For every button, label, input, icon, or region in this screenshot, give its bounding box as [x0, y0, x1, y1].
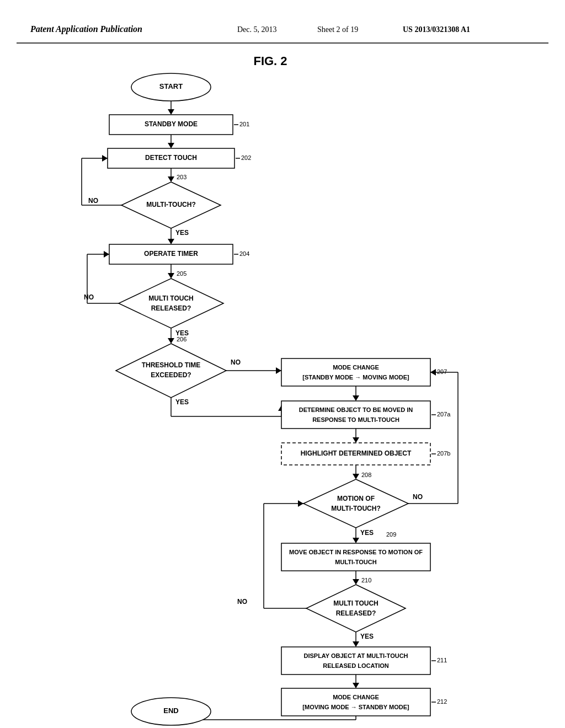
- det207a-t1: DETERMINE OBJECT TO BE MOVED IN: [299, 406, 413, 413]
- svg-marker-25: [276, 367, 281, 374]
- end-text: END: [163, 706, 178, 715]
- no-208: NO: [413, 493, 423, 501]
- mc207-text1: MODE CHANGE: [333, 364, 379, 371]
- svg-marker-50: [298, 500, 303, 507]
- svg-marker-38: [353, 474, 359, 479]
- svg-marker-21: [104, 251, 109, 258]
- svg-marker-42: [430, 369, 436, 376]
- move-obj-box: [281, 543, 430, 571]
- svg-marker-12: [102, 155, 108, 162]
- ref205: 205: [177, 270, 186, 277]
- svg-marker-5: [168, 143, 174, 148]
- display-t2: RELEASED LOCATION: [323, 662, 389, 669]
- motion-t2: MULTI-TOUCH?: [331, 505, 381, 512]
- pub-date: Dec. 5, 2013: [237, 25, 277, 34]
- mtr1-text1: MULTI TOUCH: [148, 295, 194, 302]
- yes-206: YES: [175, 398, 189, 406]
- mtr2-t2: RELEASED?: [336, 609, 376, 617]
- no-210: NO: [237, 598, 247, 606]
- svg-marker-55: [353, 683, 359, 688]
- svg-marker-17: [168, 273, 174, 279]
- patent-page: Patent Application Publication Dec. 5, 2…: [0, 0, 565, 728]
- sheet-info: Sheet 2 of 19: [317, 25, 358, 34]
- motion-diamond: [303, 479, 408, 528]
- ref204: 204: [239, 250, 249, 257]
- svg-marker-23: [168, 338, 174, 344]
- motion-t1: MOTION OF: [337, 495, 375, 502]
- ref206: 206: [177, 336, 186, 342]
- yes-208: YES: [360, 529, 374, 537]
- thresh-text1: THRESHOLD TIME: [142, 361, 201, 369]
- mtr1-diamond: [119, 279, 223, 328]
- mc212-t2: [MOVING MODE → STANDBY MODE]: [302, 704, 409, 710]
- ref207b: 207b: [437, 450, 450, 457]
- no-205: NO: [84, 293, 94, 301]
- svg-marker-8: [168, 176, 174, 182]
- threshold-diamond: [116, 344, 226, 398]
- no-203: NO: [88, 197, 98, 205]
- svg-marker-44: [353, 538, 359, 543]
- no-206: NO: [231, 358, 241, 366]
- svg-marker-52: [353, 641, 359, 647]
- fig2-label: FIG. 2: [253, 54, 287, 68]
- display-box: [281, 647, 430, 675]
- det207a-t2: RESPONSE TO MULTI-TOUCH: [312, 416, 399, 423]
- ref209: 209: [386, 531, 396, 538]
- ref207a: 207a: [437, 411, 451, 417]
- mc207-box: [281, 358, 430, 386]
- patent-no: US 2013/0321308 A1: [403, 25, 470, 34]
- yes-203: YES: [175, 229, 189, 237]
- ref202: 202: [241, 154, 251, 161]
- highlight207b-text: HIGHLIGHT DETERMINED OBJECT: [301, 449, 412, 457]
- ref201: 201: [239, 121, 249, 127]
- ref212: 212: [437, 698, 447, 705]
- mtr1-text2: RELEASED?: [151, 304, 191, 312]
- svg-marker-35: [353, 437, 359, 443]
- mtr2-t1: MULTI TOUCH: [333, 599, 379, 607]
- mtr2-diamond: [306, 585, 406, 632]
- detect-touch-text: DETECT TOUCH: [145, 154, 197, 162]
- svg-marker-14: [168, 239, 174, 244]
- ref203: 203: [177, 174, 186, 180]
- mc207-text2: [STANDBY MODE → MOVING MODE]: [302, 374, 409, 381]
- ref210: 210: [361, 577, 371, 584]
- mc212-t1: MODE CHANGE: [333, 694, 379, 700]
- ref208: 208: [361, 472, 371, 478]
- standby-text: STANDBY MODE: [145, 120, 198, 128]
- display-t1: DISPLAY OBJECT AT MULTI-TOUCH: [303, 652, 408, 659]
- start-text: START: [159, 82, 183, 90]
- multi-touch-text: MULTI-TOUCH?: [146, 201, 196, 208]
- pub-title: Patent Application Publication: [30, 24, 142, 34]
- svg-marker-32: [353, 395, 359, 401]
- yes-210: YES: [360, 633, 374, 640]
- svg-marker-2: [168, 109, 174, 115]
- ref211: 211: [437, 657, 447, 663]
- ref207: 207: [437, 368, 447, 375]
- move-t1: MOVE OBJECT IN RESPONSE TO MOTION OF: [289, 549, 423, 555]
- svg-marker-46: [353, 579, 359, 585]
- thresh-text2: EXCEEDED?: [151, 371, 191, 379]
- det207a-box: [281, 401, 430, 429]
- operate-timer-text: OPERATE TIMER: [144, 250, 198, 258]
- mc212-box: [281, 688, 430, 716]
- move-t2: MULTI-TOUCH: [335, 559, 376, 565]
